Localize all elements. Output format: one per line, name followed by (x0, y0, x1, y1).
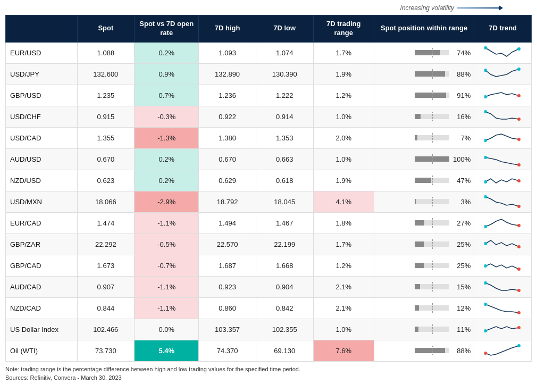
range-cell: 7.6% (313, 340, 374, 361)
svg-point-7 (517, 118, 521, 121)
vs7d-cell: -1.1% (135, 212, 199, 233)
svg-point-14 (484, 195, 487, 198)
vs7d-cell: -0.3% (135, 106, 199, 127)
table-row: GBP/ZAR22.292-0.5%22.57022.1991.7%25% (6, 233, 532, 255)
footer-note: Note: trading range is the percentage di… (5, 365, 532, 382)
table-row: USD/MXN18.066-2.9%18.79218.0454.1%3% (6, 191, 532, 212)
svg-point-1 (517, 47, 521, 51)
high-cell: 0.629 (199, 170, 256, 191)
pair-cell: EUR/CAD (6, 212, 78, 233)
high-cell: 1.494 (199, 212, 256, 233)
range-cell: 1.0% (313, 319, 374, 340)
trend-cell (474, 319, 532, 340)
svg-point-4 (484, 95, 487, 98)
pair-cell: NZD/USD (6, 170, 78, 191)
spot-position-cell: 88% (374, 63, 474, 85)
pair-cell: Oil (WTI) (6, 340, 78, 361)
high-cell: 0.670 (199, 148, 256, 170)
low-cell: 1.074 (256, 42, 313, 63)
range-cell: 1.9% (313, 170, 374, 191)
vs7d-cell: 0.2% (135, 170, 199, 191)
trend-cell (474, 127, 532, 148)
range-cell: 2.0% (313, 127, 374, 148)
high-cell: 0.922 (199, 106, 256, 127)
col-7dlow: 7D low (256, 15, 313, 43)
position-pct: 15% (451, 283, 471, 291)
spot-cell: 1.355 (77, 127, 135, 148)
low-cell: 0.618 (256, 170, 313, 191)
spot-cell: 0.844 (77, 297, 135, 319)
vs7d-cell: -1.1% (135, 276, 199, 297)
position-pct: 47% (451, 177, 471, 185)
pair-cell: US Dollar Index (6, 319, 78, 340)
table-row: GBP/USD1.2350.7%1.2361.2221.2%91% (6, 85, 532, 106)
col-spot: Spot (77, 15, 135, 43)
range-cell: 1.0% (313, 148, 374, 170)
svg-point-13 (517, 179, 521, 182)
position-pct: 25% (451, 240, 471, 248)
pair-cell: AUD/CAD (6, 276, 78, 297)
col-vs7d: Spot vs 7D open rate (135, 15, 199, 43)
table-row: US Dollar Index102.4660.0%103.357102.355… (6, 319, 532, 340)
svg-point-17 (517, 224, 521, 227)
table-row: GBP/CAD1.673-0.7%1.6871.6681.2%25% (6, 255, 532, 276)
pair-cell: GBP/USD (6, 85, 78, 106)
position-pct: 74% (451, 49, 471, 57)
trend-cell (474, 212, 532, 233)
trend-cell (474, 42, 532, 63)
range-cell: 1.0% (313, 106, 374, 127)
pair-cell: NZD/CAD (6, 297, 78, 319)
volatility-header: Increasing volatility (5, 4, 532, 12)
high-cell: 18.792 (199, 191, 256, 212)
high-cell: 22.570 (199, 233, 256, 255)
table-row: AUD/CAD0.907-1.1%0.9230.9042.1%15% (6, 276, 532, 297)
position-pct: 88% (451, 70, 471, 78)
position-pct: 7% (451, 134, 471, 142)
range-cell: 2.1% (313, 297, 374, 319)
position-pct: 3% (451, 198, 471, 206)
table-header-row: Spot Spot vs 7D open rate 7D high 7D low… (6, 15, 532, 43)
high-cell: 1.380 (199, 127, 256, 148)
spot-position-cell: 27% (374, 212, 474, 233)
high-cell: 1.236 (199, 85, 256, 106)
low-cell: 0.842 (256, 297, 313, 319)
spot-cell: 132.600 (77, 63, 135, 85)
table-row: USD/CAD1.355-1.3%1.3801.3532.0%7% (6, 127, 532, 148)
spot-cell: 0.670 (77, 148, 135, 170)
spot-cell: 0.623 (77, 170, 135, 191)
position-pct: 12% (451, 304, 471, 312)
vs7d-cell: -1.1% (135, 297, 199, 319)
low-cell: 0.914 (256, 106, 313, 127)
low-cell: 69.130 (256, 340, 313, 361)
spot-position-cell: 91% (374, 85, 474, 106)
position-pct: 25% (451, 262, 471, 270)
low-cell: 1.668 (256, 255, 313, 276)
spot-position-cell: 15% (374, 276, 474, 297)
range-cell: 2.1% (313, 276, 374, 297)
low-cell: 102.355 (256, 319, 313, 340)
vs7d-cell: -0.7% (135, 255, 199, 276)
trend-cell (474, 255, 532, 276)
trend-cell (474, 297, 532, 319)
pair-cell: USD/JPY (6, 63, 78, 85)
col-7dhigh: 7D high (199, 15, 256, 43)
vs7d-cell: 0.2% (135, 42, 199, 63)
svg-point-24 (484, 303, 487, 306)
svg-point-16 (484, 225, 487, 228)
high-cell: 132.890 (199, 63, 256, 85)
low-cell: 18.045 (256, 191, 313, 212)
high-cell: 0.923 (199, 276, 256, 297)
low-cell: 1.353 (256, 127, 313, 148)
range-cell: 1.7% (313, 42, 374, 63)
range-cell: 4.1% (313, 191, 374, 212)
svg-point-8 (484, 139, 487, 142)
spot-position-cell: 25% (374, 255, 474, 276)
spot-cell: 73.730 (77, 340, 135, 361)
high-cell: 1.093 (199, 42, 256, 63)
spot-cell: 102.466 (77, 319, 135, 340)
pair-cell: AUD/USD (6, 148, 78, 170)
pair-cell: EUR/USD (6, 42, 78, 63)
spot-position-cell: 74% (374, 42, 474, 63)
low-cell: 130.390 (256, 63, 313, 85)
trend-cell (474, 85, 532, 106)
